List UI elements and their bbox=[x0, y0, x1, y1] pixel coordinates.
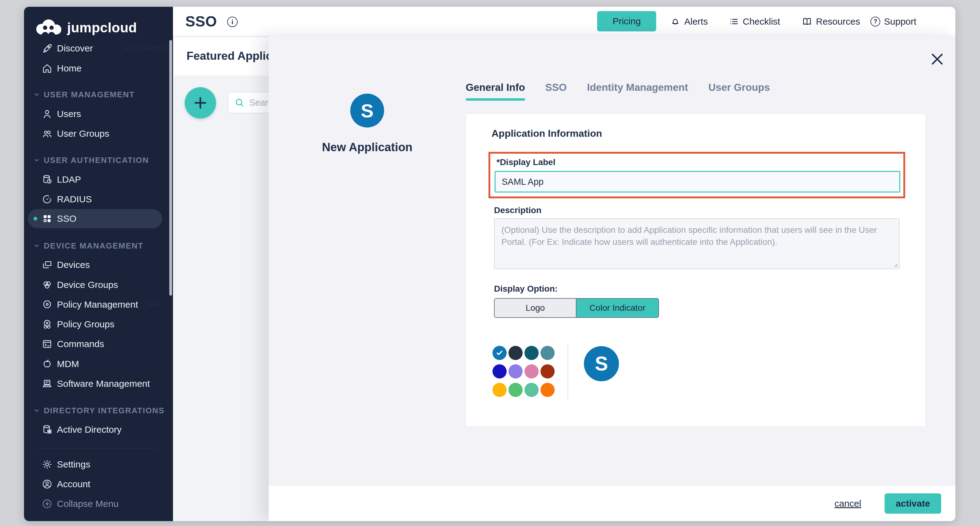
question-icon: ? bbox=[870, 17, 880, 27]
tab-user-groups[interactable]: User Groups bbox=[708, 81, 770, 101]
sidebar-item-label: User Groups bbox=[57, 128, 109, 139]
color-swatch[interactable] bbox=[525, 346, 539, 360]
display-label-highlight-box: *Display Label bbox=[488, 152, 905, 198]
alerts-button[interactable]: Alerts bbox=[670, 7, 708, 36]
tab-label: General Info bbox=[466, 81, 525, 93]
tab-general-info[interactable]: General Info bbox=[466, 81, 525, 101]
display-option-toggle: Logo Color Indicator bbox=[494, 298, 659, 318]
support-button[interactable]: ? Support bbox=[870, 7, 916, 36]
chevron-down-icon bbox=[33, 242, 40, 249]
sidebar-item-account[interactable]: Account bbox=[28, 475, 162, 494]
color-swatch[interactable] bbox=[509, 346, 523, 360]
logo-wordmark: jumpcloud bbox=[67, 20, 137, 35]
gear-icon bbox=[41, 459, 52, 470]
software-management-icon bbox=[41, 378, 52, 389]
sidebar-divider bbox=[36, 448, 156, 448]
resources-button[interactable]: Resources bbox=[802, 7, 860, 36]
section-user-authentication[interactable]: USER AUTHENTICATION bbox=[33, 155, 149, 165]
application-name: New Application bbox=[269, 141, 466, 154]
sidebar-item-label: Software Management bbox=[57, 378, 150, 389]
sidebar-item-software-management[interactable]: Software Management bbox=[28, 374, 162, 393]
sidebar-item-settings[interactable]: Settings bbox=[28, 455, 162, 474]
sidebar-item-user-groups[interactable]: User Groups bbox=[28, 124, 162, 143]
sidebar-item-label: MDM bbox=[57, 359, 79, 369]
sidebar-item-active-directory[interactable]: Active Directory bbox=[28, 420, 162, 439]
alerts-label: Alerts bbox=[684, 16, 708, 27]
add-application-button[interactable] bbox=[185, 87, 216, 119]
logo-option[interactable]: Logo bbox=[495, 299, 576, 317]
color-swatch[interactable] bbox=[541, 364, 555, 378]
sidebar-item-mdm[interactable]: MDM bbox=[28, 354, 162, 373]
section-directory-integrations[interactable]: DIRECTORY INTEGRATIONS bbox=[33, 406, 165, 416]
tab-label: Identity Management bbox=[587, 81, 688, 93]
ldap-database-icon bbox=[41, 174, 52, 185]
section-label: DIRECTORY INTEGRATIONS bbox=[44, 406, 165, 416]
info-icon[interactable]: i bbox=[227, 17, 238, 27]
sidebar-item-device-groups[interactable]: Device Groups bbox=[28, 275, 162, 295]
checklist-button[interactable]: Checklist bbox=[729, 7, 780, 36]
application-initial-avatar: S bbox=[350, 94, 384, 128]
color-swatch[interactable] bbox=[492, 364, 507, 378]
sidebar-item-label: Commands bbox=[57, 339, 104, 349]
sidebar-item-label: Account bbox=[57, 479, 90, 489]
sidebar-item-discover[interactable]: Discover GET STARTED bbox=[28, 39, 162, 58]
top-header: SSO i Pricing Alerts Checklist Resources… bbox=[173, 7, 955, 36]
sidebar-item-radius[interactable]: RADIUS bbox=[28, 190, 162, 209]
check-icon bbox=[496, 349, 504, 357]
active-directory-icon bbox=[41, 424, 52, 435]
drawer-footer: cancel activate bbox=[269, 486, 955, 521]
sidebar-item-collapse-menu[interactable]: Collapse Menu bbox=[28, 494, 162, 513]
commands-terminal-icon bbox=[41, 338, 52, 349]
pricing-button[interactable]: Pricing bbox=[597, 11, 656, 32]
color-swatch[interactable] bbox=[509, 383, 523, 397]
color-swatch[interactable] bbox=[525, 364, 539, 378]
collapse-arrow-icon bbox=[41, 498, 52, 509]
sidebar-item-commands[interactable]: Commands bbox=[28, 335, 162, 354]
color-swatch[interactable] bbox=[541, 346, 555, 360]
sidebar-item-label: Policy Groups bbox=[57, 319, 115, 330]
color-swatch-selected[interactable] bbox=[492, 346, 507, 360]
color-swatch[interactable] bbox=[492, 383, 507, 397]
search-icon bbox=[234, 97, 245, 108]
radius-icon bbox=[41, 194, 52, 205]
card-heading: Application Information bbox=[492, 128, 602, 139]
jumpcloud-logo[interactable]: jumpcloud bbox=[35, 19, 137, 37]
chevron-down-icon bbox=[33, 407, 40, 414]
sidebar-item-label: LDAP bbox=[57, 174, 81, 185]
application-information-card: Application Information *Display Label D… bbox=[466, 114, 926, 427]
section-user-management[interactable]: USER MANAGEMENT bbox=[33, 89, 135, 99]
checklist-icon bbox=[729, 16, 739, 27]
sidebar-item-devices[interactable]: Devices bbox=[28, 255, 162, 274]
cancel-button[interactable]: cancel bbox=[834, 498, 861, 509]
display-label-input[interactable] bbox=[495, 171, 900, 193]
sidebar-item-sso[interactable]: SSO bbox=[28, 209, 162, 228]
description-textarea[interactable] bbox=[494, 218, 900, 269]
color-swatch[interactable] bbox=[541, 383, 555, 397]
sidebar-item-policy-management[interactable]: Policy Management NEW bbox=[28, 295, 162, 314]
color-swatch[interactable] bbox=[525, 383, 539, 397]
section-label: USER AUTHENTICATION bbox=[44, 156, 149, 165]
color-indicator-option[interactable]: Color Indicator bbox=[576, 299, 659, 317]
section-device-management[interactable]: DEVICE MANAGEMENT bbox=[33, 241, 143, 251]
drawer-tabs: General Info SSO Identity Management Use… bbox=[466, 81, 770, 101]
active-indicator-dot bbox=[33, 217, 37, 220]
new-application-drawer: S New Application General Info SSO Ident… bbox=[269, 36, 955, 521]
sidebar-scrollbar[interactable] bbox=[169, 40, 172, 296]
home-icon bbox=[41, 63, 52, 74]
tab-sso[interactable]: SSO bbox=[546, 81, 567, 101]
user-icon bbox=[41, 108, 52, 120]
activate-button[interactable]: activate bbox=[885, 493, 941, 514]
sidebar-item-users[interactable]: Users bbox=[28, 104, 162, 123]
bell-icon bbox=[670, 16, 681, 27]
sidebar-item-home[interactable]: Home bbox=[28, 59, 162, 78]
sso-grid-icon bbox=[41, 213, 52, 224]
close-icon bbox=[929, 51, 945, 67]
sidebar-item-label: Device Groups bbox=[57, 280, 118, 290]
close-button[interactable] bbox=[928, 49, 947, 69]
sidebar-item-label: Discover bbox=[57, 43, 93, 54]
tab-identity-management[interactable]: Identity Management bbox=[587, 81, 688, 101]
tab-label: User Groups bbox=[708, 81, 770, 93]
sidebar-item-policy-groups[interactable]: Policy Groups bbox=[28, 315, 162, 334]
color-swatch[interactable] bbox=[509, 364, 523, 378]
sidebar-item-ldap[interactable]: LDAP bbox=[28, 170, 162, 189]
